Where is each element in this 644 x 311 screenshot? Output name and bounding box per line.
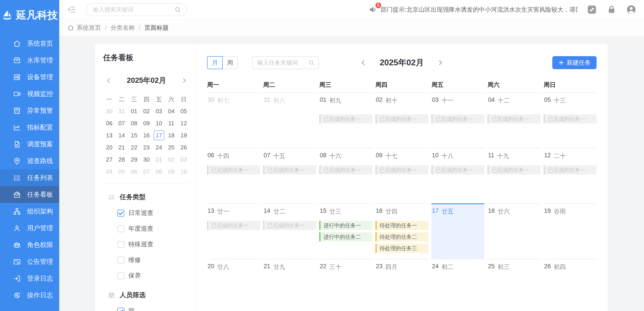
task-type-checkbox-row[interactable]: 保养 (118, 271, 190, 280)
checkbox[interactable] (118, 272, 124, 279)
mini-calendar-day[interactable]: 19 (178, 129, 190, 141)
lock-icon[interactable] (606, 5, 617, 15)
sidebar-item[interactable]: 角色权限 (0, 236, 59, 253)
mini-calendar-day[interactable]: 12 (178, 117, 190, 129)
mini-calendar-day[interactable]: 02 (140, 105, 153, 117)
mini-calendar-day[interactable]: 02 (165, 153, 178, 166)
sidebar-item[interactable]: 异常预警 (0, 102, 59, 119)
mini-calendar-day[interactable]: 23 (140, 141, 153, 153)
mini-calendar-day[interactable]: 05 (178, 105, 190, 117)
task-chip[interactable]: 已完成的任务一 (376, 165, 428, 175)
calendar-day-cell[interactable]: 23 四月 (376, 259, 428, 311)
task-chip[interactable]: 已完成的任务一 (263, 165, 316, 175)
mini-calendar-day[interactable]: 18 (165, 129, 178, 141)
mini-calendar-day[interactable]: 26 (178, 141, 190, 153)
mini-calendar-day[interactable]: 30 (103, 105, 116, 117)
mini-calendar-day[interactable]: 04 (165, 105, 178, 117)
task-chip[interactable]: 已完成的任务一 (431, 114, 484, 124)
calendar-day-cell[interactable]: 17 廿五 (431, 203, 484, 259)
sidebar-item[interactable]: 用户管理 (0, 220, 59, 236)
calendar-day-cell[interactable]: 31 初八 (263, 92, 316, 148)
checkbox[interactable] (118, 308, 124, 311)
task-chip[interactable]: 已完成的任务一 (319, 114, 372, 124)
calendar-day-cell[interactable]: 11 十九 已完成的任务一 (488, 148, 540, 203)
mini-calendar-day[interactable]: 07 (116, 117, 128, 129)
logo[interactable]: 延凡科技 (0, 0, 59, 30)
task-chip[interactable]: 已完成的任务一 (488, 165, 540, 175)
calendar-day-cell[interactable]: 04 十二 已完成的任务一 (488, 92, 540, 148)
mini-calendar-day[interactable]: 10 (153, 117, 165, 129)
collapse-sidebar-icon[interactable] (67, 5, 76, 14)
sidebar-item[interactable]: 巡查路线 (0, 153, 59, 169)
calendar-day-cell[interactable]: 19 谷雨 (544, 203, 596, 259)
global-search-input[interactable] (93, 6, 174, 13)
mini-calendar-day[interactable]: 03 (153, 105, 165, 117)
fullscreen-icon[interactable] (587, 5, 597, 15)
calendar-day-cell[interactable]: 01 初九 已完成的任务一 (319, 92, 372, 148)
calendar-day-cell[interactable]: 30 初七 (207, 92, 260, 148)
sidebar-item[interactable]: 系统首页 (0, 35, 59, 52)
calendar-day-cell[interactable]: 05 十三 已完成的任务一 (544, 92, 596, 148)
task-chip[interactable]: 已完成的任务一 (488, 114, 540, 124)
mini-calendar-day[interactable]: 14 (116, 129, 128, 141)
task-chip[interactable]: 已完成的任务一 (207, 165, 260, 175)
calendar-day-cell[interactable]: 20 廿八 (207, 259, 260, 311)
sidebar-item[interactable]: 任务列表 (0, 169, 59, 186)
view-week-button[interactable]: 周 (222, 56, 238, 69)
calendar-day-cell[interactable]: 24 初二 (431, 259, 484, 311)
task-chip[interactable]: 已完成的任务一 (207, 221, 260, 230)
mini-calendar-day[interactable]: 31 (116, 105, 128, 117)
mini-calendar-day[interactable]: 29 (128, 153, 140, 166)
search-icon[interactable] (174, 6, 181, 13)
mini-calendar-day[interactable]: 01 (128, 105, 140, 117)
task-type-checkbox-row[interactable]: 特殊巡查 (118, 240, 190, 249)
task-chip[interactable]: 已完成的任务一 (544, 114, 596, 124)
breadcrumb-item[interactable]: 分类名称 (111, 24, 135, 32)
sidebar-item[interactable]: 任务看板 (0, 186, 59, 203)
task-chip[interactable]: 已完成的任务一 (376, 114, 428, 124)
mini-calendar-day[interactable]: 05 (116, 166, 128, 178)
sidebar-item[interactable]: 指标配置 (0, 119, 59, 136)
task-type-checkbox-row[interactable]: 年度巡查 (118, 224, 190, 233)
calendar-day-cell[interactable]: 03 十一 已完成的任务一 (431, 92, 484, 148)
mini-calendar-day[interactable]: 07 (140, 166, 153, 178)
sidebar-item[interactable]: 调度预案 (0, 136, 59, 153)
calendar-day-cell[interactable]: 25 初三 (488, 259, 540, 311)
calendar-day-cell[interactable]: 18 廿六 (488, 203, 540, 259)
calendar-day-cell[interactable]: 13 廿一 已完成的任务一 (207, 203, 260, 259)
sidebar-item[interactable]: 组织架构 (0, 203, 59, 220)
mini-calendar-day[interactable]: 03 (178, 153, 190, 166)
task-chip[interactable]: 已完成的任务一 (319, 165, 372, 175)
mini-calendar-day[interactable]: 25 (165, 141, 178, 153)
checkbox[interactable] (118, 257, 124, 263)
checkbox[interactable] (118, 225, 124, 232)
mini-calendar-day[interactable]: 06 (128, 166, 140, 178)
mini-calendar-day[interactable]: 30 (140, 153, 153, 166)
calendar-day-cell[interactable]: 14 廿二 已完成的任务一 (263, 203, 316, 259)
calendar-day-cell[interactable]: 12 二十 已完成的任务一 (544, 148, 596, 203)
mini-calendar-prev-icon[interactable] (105, 77, 112, 84)
calendar-day-cell[interactable]: 22 三十 (319, 259, 372, 311)
notification-speaker[interactable]: 5 (368, 5, 379, 15)
sidebar-item[interactable]: 登录日志 (0, 270, 59, 287)
calendar-day-cell[interactable]: 16 廿四 待处理的任务一 待处理的任务二 待处理的任务三 (376, 203, 428, 259)
mini-calendar-day[interactable]: 10 (178, 166, 190, 178)
task-chip[interactable]: 待处理的任务二 (376, 232, 428, 241)
task-chip[interactable]: 已完成的任务一 (544, 165, 596, 175)
mini-calendar-day[interactable]: 08 (153, 166, 165, 178)
task-type-checkbox-row[interactable]: 日常巡查 (118, 209, 190, 217)
mini-calendar-day[interactable]: 04 (103, 166, 116, 178)
sidebar-item[interactable]: 视频监控 (0, 86, 59, 102)
mini-calendar-day[interactable]: 09 (165, 166, 178, 178)
next-month-icon[interactable] (436, 59, 444, 67)
task-chip[interactable]: 已完成的任务一 (431, 165, 484, 175)
task-search[interactable] (252, 56, 319, 69)
checkbox[interactable] (118, 241, 124, 248)
task-chip[interactable]: 进行中的任务二 (319, 232, 372, 241)
mini-calendar-next-icon[interactable] (180, 77, 188, 84)
person-checkbox-row[interactable]: 我 (118, 307, 190, 311)
calendar-day-cell[interactable]: 10 十八 已完成的任务一 (431, 148, 484, 203)
calendar-day-cell[interactable]: 02 初十 已完成的任务一 (376, 92, 428, 148)
task-search-icon[interactable] (308, 59, 315, 66)
prev-month-icon[interactable] (359, 59, 367, 67)
